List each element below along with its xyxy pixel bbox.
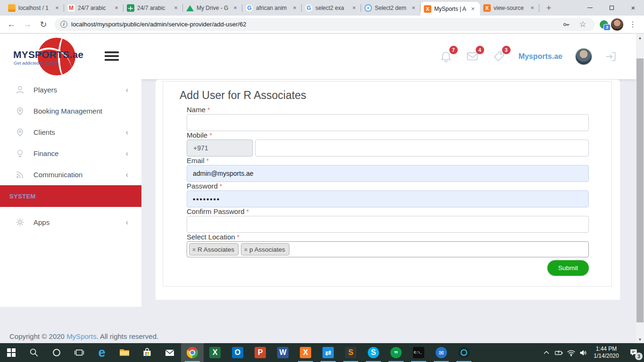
bookmark-star-icon[interactable]: ☆ (576, 18, 589, 31)
password-key-icon[interactable] (562, 20, 570, 29)
skype-icon: S (368, 347, 379, 358)
action-center-button[interactable]: 3 (623, 343, 644, 362)
new-tab-button[interactable]: + (542, 1, 555, 15)
location-tag: × R Associates (189, 243, 239, 255)
forward-icon[interactable]: → (21, 18, 34, 31)
scrollbar-thumb[interactable] (636, 58, 644, 322)
email-field[interactable] (187, 165, 589, 182)
sidebar-toggle-button[interactable] (105, 51, 119, 62)
tab-close-icon[interactable]: × (410, 4, 417, 12)
hangouts-button[interactable]: ” (385, 343, 407, 362)
microsoft-store-button[interactable] (136, 343, 158, 362)
name-label: Name* (187, 106, 589, 114)
sublime-button[interactable]: S (339, 343, 362, 362)
reload-icon[interactable]: ↻ (37, 18, 50, 31)
tickets-button[interactable]: 3 (492, 49, 506, 64)
window-minimize-button[interactable] (579, 0, 601, 16)
phpmyadmin-favicon (8, 4, 16, 12)
confirm-password-field[interactable] (187, 216, 589, 233)
tray-expand-button[interactable] (540, 343, 553, 362)
browser-profile-avatar[interactable] (611, 18, 623, 31)
content-card: Add User for R Associates Name* Mobile* … (156, 80, 620, 300)
page-scrollbar[interactable]: ▲ ▼ (636, 34, 644, 343)
tab-close-icon[interactable]: × (350, 4, 358, 12)
remove-tag-icon[interactable]: × (192, 247, 196, 253)
cortana-button[interactable] (45, 343, 68, 362)
sidebar-item-players[interactable]: Players ‹ (0, 79, 141, 100)
url-text[interactable]: localhost/mysports/public/en/admin/servi… (71, 21, 246, 28)
sidebar-item-communication[interactable]: Communication ‹ (0, 164, 141, 185)
tab-gmail[interactable]: M 24/7 arabic × (64, 0, 124, 16)
taskbar-search-button[interactable] (23, 343, 45, 362)
tab-close-icon[interactable]: × (528, 4, 536, 12)
cmd-button[interactable]: C:\_ (407, 343, 430, 362)
location-multiselect[interactable]: × R Associates × p Associates (187, 241, 589, 257)
window-close-button[interactable]: × (622, 0, 644, 16)
mysports-logo[interactable]: MYSPORTS.ae Get addicted to Sports (13, 37, 79, 76)
tab-phpmyadmin[interactable]: localhost / 1 × (5, 0, 64, 16)
taskbar-clock[interactable]: 1:44 PM 1/14/2020 (589, 346, 623, 360)
edge-button[interactable]: e (91, 343, 113, 362)
sidebar-item-apps[interactable]: Apps ‹ (0, 212, 141, 233)
windows-taskbar: e X O P (0, 343, 644, 362)
file-explorer-button[interactable] (113, 343, 136, 362)
task-view-button[interactable] (68, 343, 91, 362)
sheets-favicon (127, 4, 134, 12)
xampp-button[interactable]: X (294, 343, 317, 362)
tab-close-icon[interactable]: × (231, 4, 239, 12)
name-field[interactable] (187, 114, 589, 131)
mysports-footer-link[interactable]: MySports (66, 332, 96, 340)
remove-tag-icon[interactable]: × (244, 247, 248, 253)
address-bar[interactable]: i localhost/mysports/public/en/admin/ser… (55, 18, 595, 31)
site-header: MYSPORTS.ae Get addicted to Sports 7 4 (0, 34, 636, 79)
submit-button[interactable]: Submit (547, 260, 589, 276)
scroll-down-arrow[interactable]: ▼ (636, 336, 644, 343)
mobile-prefix: +971 (187, 140, 253, 156)
tab-select2[interactable]: Select2 dem × (361, 0, 421, 16)
sidebar-item-label: Finance (33, 149, 58, 157)
word-button[interactable]: W (272, 343, 294, 362)
user-avatar[interactable] (575, 48, 593, 66)
teamviewer-button[interactable]: ⇄ (317, 343, 339, 362)
logout-icon[interactable] (605, 50, 617, 63)
tab-close-icon[interactable]: × (172, 4, 180, 12)
sidebar-item-finance[interactable]: Finance ‹ (0, 143, 141, 164)
tab-google-search-1[interactable]: G african anim × (242, 0, 302, 16)
tab-sheets[interactable]: 24/7 arabic × (124, 0, 183, 16)
password-field[interactable] (187, 190, 589, 207)
site-info-icon[interactable]: i (60, 21, 67, 28)
mailspring-button[interactable] (453, 343, 475, 362)
wifi-status[interactable] (565, 343, 577, 362)
tab-mysports-active[interactable]: X MySports | A × (421, 2, 480, 16)
mobile-field[interactable] (255, 140, 589, 156)
mail-app-button[interactable] (158, 343, 181, 362)
tab-close-icon[interactable]: × (469, 5, 477, 13)
thunderbird-button[interactable]: ✉ (430, 343, 453, 362)
volume-status[interactable] (577, 343, 589, 362)
tab-google-search-2[interactable]: G select2 exa × (302, 0, 361, 16)
powerpoint-button[interactable]: P (249, 343, 272, 362)
extension-icon[interactable]: 3 (600, 20, 608, 29)
tab-close-icon[interactable]: × (291, 4, 298, 12)
messages-button[interactable]: 4 (466, 49, 480, 64)
browser-menu-icon[interactable]: ⋮ (626, 20, 639, 29)
window-restore-button[interactable] (601, 0, 622, 16)
outlook-button[interactable]: O (226, 343, 249, 362)
notifications-bell-button[interactable]: 7 (439, 49, 454, 64)
battery-status[interactable] (553, 343, 565, 362)
store-icon (141, 347, 153, 358)
sidebar-item-clients[interactable]: Clients ‹ (0, 122, 141, 143)
excel-button[interactable]: X (204, 343, 226, 362)
password-label: Password* (187, 182, 589, 190)
tab-drive[interactable]: My Drive - G × (183, 0, 242, 16)
tab-view-source[interactable]: X view-source × (480, 0, 539, 16)
back-icon[interactable]: ← (5, 18, 18, 31)
tab-close-icon[interactable]: × (53, 4, 61, 12)
skype-button[interactable]: S (362, 343, 385, 362)
account-name[interactable]: Mysports.ae (519, 52, 562, 61)
start-button[interactable] (0, 343, 23, 362)
chrome-button[interactable] (181, 343, 204, 362)
sidebar-item-booking-management[interactable]: Booking Management (0, 100, 141, 122)
scroll-up-arrow[interactable]: ▲ (636, 34, 644, 41)
tab-close-icon[interactable]: × (113, 4, 120, 12)
